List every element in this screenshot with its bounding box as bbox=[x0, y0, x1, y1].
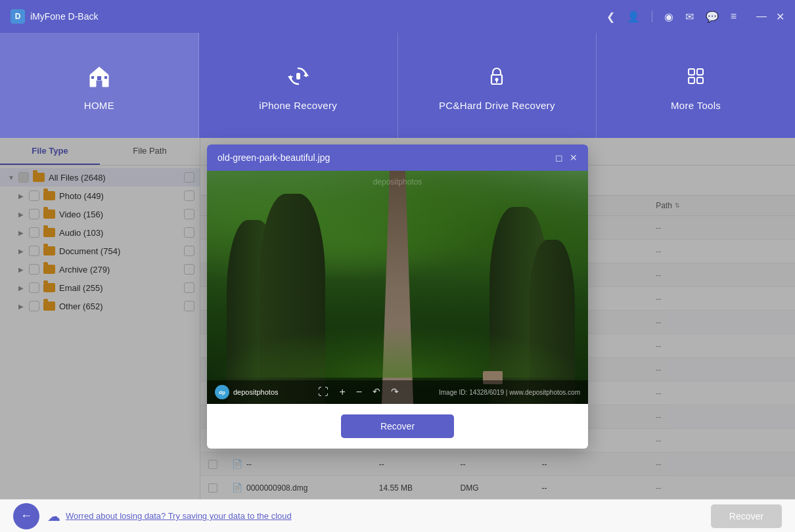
lock-icon bbox=[481, 60, 512, 92]
modal-header-buttons: ◻ ✕ bbox=[555, 152, 578, 163]
app-logo: D bbox=[11, 9, 25, 24]
forest-background: depositphotos bbox=[207, 171, 588, 404]
fullscreen-icon[interactable]: ⛶ bbox=[318, 386, 329, 398]
modal-restore-button[interactable]: ◻ bbox=[555, 152, 563, 163]
window-controls: — ✕ bbox=[756, 11, 784, 23]
svg-rect-9 bbox=[689, 69, 694, 75]
share-icon[interactable]: ❮ bbox=[606, 11, 615, 23]
recover-button-main[interactable]: Recover bbox=[711, 504, 782, 528]
svg-point-7 bbox=[495, 78, 499, 81]
cloud-link[interactable]: Worred about losing data? Try saving you… bbox=[66, 511, 292, 521]
refresh-icon bbox=[283, 60, 314, 92]
modal-header: old-green-park-beautiful.jpg ◻ ✕ bbox=[207, 144, 588, 171]
depositphotos-logo: dp depositphotos bbox=[215, 385, 279, 399]
cloud-hint: ☁ Worred about losing data? Try saving y… bbox=[47, 508, 703, 524]
svg-marker-4 bbox=[288, 76, 293, 80]
nav-more-tools[interactable]: More Tools bbox=[597, 33, 795, 138]
nav-iphone-recovery[interactable]: iPhone Recovery bbox=[199, 33, 398, 138]
image-preview-modal: old-green-park-beautiful.jpg ◻ ✕ deposit… bbox=[207, 144, 588, 449]
app-title: iMyFone D-Back bbox=[30, 11, 606, 22]
svg-rect-10 bbox=[697, 69, 703, 75]
home-icon bbox=[83, 60, 115, 92]
bottom-bar: ← ☁ Worred about losing data? Try saving… bbox=[0, 499, 795, 532]
svg-rect-12 bbox=[697, 78, 703, 83]
nav-pc-label: PC&Hard Drive Recovery bbox=[439, 100, 555, 111]
nav-iphone-label: iPhone Recovery bbox=[259, 100, 337, 111]
modal-image: depositphotos dp depositphotos ⛶ + − ↶ ↷ bbox=[207, 171, 588, 404]
svg-marker-3 bbox=[304, 72, 309, 76]
rotate-left-icon[interactable]: ↶ bbox=[373, 386, 380, 398]
nav-more-tools-label: More Tools bbox=[671, 100, 721, 111]
dp-brand-name: depositphotos bbox=[233, 388, 279, 396]
nav-pc-recovery[interactable]: PC&Hard Drive Recovery bbox=[398, 33, 597, 138]
modal-close-button[interactable]: ✕ bbox=[570, 152, 578, 163]
account-icon[interactable]: 👤 bbox=[627, 11, 640, 23]
modal-footer: Recover bbox=[207, 404, 588, 449]
svg-rect-11 bbox=[689, 78, 694, 83]
separator bbox=[652, 11, 652, 22]
svg-rect-0 bbox=[91, 76, 94, 79]
image-footer-bar: dp depositphotos ⛶ + − ↶ ↷ Image ID: 143… bbox=[207, 380, 588, 404]
nav-home[interactable]: HOME bbox=[0, 33, 199, 138]
titlebar-actions: ❮ 👤 ◉ ✉ 💬 ≡ — ✕ bbox=[606, 11, 784, 23]
minimize-button[interactable]: — bbox=[756, 11, 767, 23]
nav-home-label: HOME bbox=[84, 100, 114, 111]
zoom-in-icon[interactable]: + bbox=[339, 386, 345, 398]
watermark: depositphotos bbox=[373, 177, 422, 187]
tree-4 bbox=[529, 240, 575, 404]
mail-icon[interactable]: ✉ bbox=[685, 11, 694, 23]
svg-rect-2 bbox=[104, 76, 107, 79]
navbar: HOME iPhone Recovery PC&Hard Drive Recov… bbox=[0, 33, 795, 138]
dp-logo-icon: dp bbox=[215, 385, 229, 399]
svg-rect-5 bbox=[296, 73, 300, 79]
cloud-icon: ☁ bbox=[47, 508, 60, 524]
location-icon[interactable]: ◉ bbox=[664, 11, 673, 23]
main-content: File Type File Path ▼ All Files (2648) ▶… bbox=[0, 138, 795, 499]
back-button[interactable]: ← bbox=[13, 503, 39, 529]
modal-title: old-green-park-beautiful.jpg bbox=[217, 152, 330, 163]
image-info: Image ID: 14328/6019 | www.depositphotos… bbox=[439, 389, 580, 396]
rotate-right-icon[interactable]: ↷ bbox=[391, 386, 399, 398]
zoom-out-icon[interactable]: − bbox=[356, 386, 362, 398]
svg-rect-1 bbox=[97, 76, 101, 80]
titlebar: D iMyFone D-Back ❮ 👤 ◉ ✉ 💬 ≡ — ✕ bbox=[0, 0, 795, 33]
modal-overlay[interactable]: old-green-park-beautiful.jpg ◻ ✕ deposit… bbox=[0, 138, 795, 499]
image-tools: ⛶ + − ↶ ↷ bbox=[318, 386, 399, 398]
modal-recover-button[interactable]: Recover bbox=[341, 414, 454, 438]
menu-icon[interactable]: ≡ bbox=[731, 11, 737, 22]
chat-icon[interactable]: 💬 bbox=[706, 11, 719, 23]
ground-green bbox=[207, 325, 588, 378]
grid-icon bbox=[680, 60, 712, 92]
close-button[interactable]: ✕ bbox=[776, 11, 784, 23]
